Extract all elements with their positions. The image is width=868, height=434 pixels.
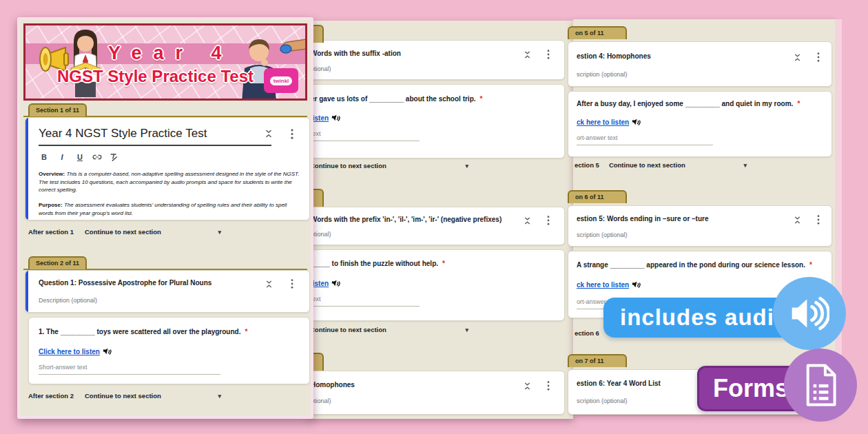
- form-title-card[interactable]: Year 4 NGST Style Practice Test B I U Ov…: [25, 117, 310, 220]
- required-asterisk: *: [809, 261, 812, 269]
- kebab-menu-icon[interactable]: [544, 216, 553, 225]
- chevron-down-icon: ▾: [218, 393, 221, 400]
- required-asterisk: *: [442, 260, 445, 267]
- description-placeholder: Description (optional): [39, 297, 97, 304]
- short-answer-field: Short-answer text: [39, 364, 220, 375]
- section-tab[interactable]: Section 2 of 11: [28, 256, 87, 269]
- question-text[interactable]: _____ to finish the puzzle without help.: [311, 260, 438, 267]
- listen-link[interactable]: ck here to listen: [577, 281, 629, 289]
- collapse-icon[interactable]: [522, 50, 532, 59]
- question-card[interactable]: _____ to finish the puzzle without help.…: [302, 249, 565, 321]
- section-tab[interactable]: Section 1 of 11: [28, 103, 87, 116]
- description-placeholder: ptional): [311, 65, 331, 72]
- description-placeholder: scription (optional): [577, 71, 628, 78]
- section-tab[interactable]: on 6 of 11: [568, 190, 627, 203]
- collapse-icon[interactable]: [264, 129, 273, 138]
- question-header-title[interactable]: Words with the prefix 'in-', 'il-', 'im-…: [311, 216, 502, 223]
- chevron-down-icon: ▾: [465, 327, 468, 333]
- collapse-icon[interactable]: [522, 216, 532, 225]
- question-header-card[interactable]: Question 1: Possessive Apostrophe for Pl…: [25, 270, 310, 313]
- after-section-dropdown[interactable]: Continue to next section ▾: [310, 326, 468, 333]
- after-section-dropdown[interactable]: After section 1 Continue to next section…: [28, 228, 221, 236]
- after-section-dropdown[interactable]: Continue to next section ▾: [310, 162, 468, 169]
- short-answer-field: text: [311, 130, 420, 141]
- question-header-card[interactable]: estion 5: Words ending in –sure or –ture…: [568, 205, 832, 247]
- speaker-icon: [631, 280, 642, 290]
- hand-illustration: [276, 38, 307, 57]
- short-answer-field: text: [311, 296, 420, 307]
- after-section-dropdown[interactable]: ection 5 Continue to next section ▾: [575, 161, 747, 169]
- question-header-title[interactable]: estion 6: Year 4 Word List: [577, 380, 661, 387]
- question-text[interactable]: er gave us lots of _________ about the s…: [311, 95, 476, 103]
- page: { "badges": { "audio": "includes audio!"…: [0, 0, 868, 434]
- question-card[interactable]: er gave us lots of _________ about the s…: [302, 84, 565, 158]
- form-page-left: Year 4 NGST Style Practice Test twinkl S…: [17, 17, 313, 419]
- question-header-card[interactable]: estion 4: Homophones scription (optional…: [568, 41, 832, 87]
- kebab-menu-icon[interactable]: [814, 215, 823, 225]
- description-placeholder: ptional): [311, 397, 331, 404]
- question-text[interactable]: A strange _________ appeared in the pond…: [577, 261, 805, 269]
- twinkl-logo: twinkl: [264, 68, 298, 93]
- banner-subtitle: NGST Style Practice Test: [57, 68, 254, 85]
- kebab-menu-icon[interactable]: [287, 129, 297, 138]
- question-card[interactable]: After a busy day, I enjoyed some _______…: [568, 91, 832, 157]
- question-header-card[interactable]: Words with the prefix 'in-', 'il-', 'im-…: [302, 207, 565, 245]
- chevron-down-icon: ▾: [465, 163, 468, 169]
- collapse-icon[interactable]: [522, 381, 532, 391]
- speaker-icon: [102, 347, 113, 357]
- question-header-title[interactable]: Question 1: Possessive Apostrophe for Pl…: [39, 279, 211, 287]
- speaker-icon: [631, 117, 642, 127]
- listen-link[interactable]: ck here to listen: [577, 118, 629, 126]
- question-text[interactable]: After a busy day, I enjoyed some _______…: [577, 100, 793, 107]
- forms-icon-circle: [784, 349, 857, 422]
- audio-speaker-circle: [773, 277, 846, 350]
- kebab-menu-icon[interactable]: [814, 52, 823, 62]
- collapse-icon[interactable]: [264, 279, 273, 289]
- purpose-text: The assessment evaluates students' under…: [39, 202, 287, 216]
- section-tab[interactable]: on 5 of 11: [568, 26, 627, 39]
- insert-link-icon[interactable]: [92, 152, 102, 162]
- underline-button[interactable]: U: [74, 153, 85, 161]
- required-asterisk: *: [480, 95, 483, 103]
- description-placeholder: scription (optional): [577, 397, 628, 404]
- form-page-middle: Words with the suffix -ation ptional) er…: [309, 21, 573, 419]
- kebab-menu-icon[interactable]: [544, 381, 553, 391]
- kebab-menu-icon[interactable]: [544, 50, 553, 59]
- overview-label: Overview:: [39, 171, 65, 177]
- title-underline: [39, 145, 271, 146]
- question-header-title[interactable]: Homophones: [311, 381, 355, 389]
- resource-banner: Year 4 NGST Style Practice Test twinkl: [23, 23, 307, 101]
- speaker-loud-icon: [789, 295, 829, 332]
- required-asterisk: *: [245, 328, 247, 335]
- purpose-label: Purpose:: [39, 202, 63, 208]
- collapse-icon[interactable]: [792, 215, 802, 225]
- bold-button[interactable]: B: [39, 153, 50, 161]
- speaker-icon: [331, 278, 342, 289]
- question-card[interactable]: 1. The _________ toys were scattered all…: [28, 317, 310, 384]
- overview-text: This is a computer-based, non-adaptive s…: [39, 171, 299, 193]
- google-forms-icon: [802, 363, 839, 407]
- form-title[interactable]: Year 4 NGST Style Practice Test: [39, 127, 207, 141]
- description-placeholder: ptional): [311, 231, 331, 238]
- question-header-title[interactable]: estion 5: Words ending in –sure or –ture: [577, 215, 709, 223]
- short-answer-field: ort-answer text: [577, 134, 713, 145]
- kebab-menu-icon[interactable]: [287, 279, 297, 289]
- girl-reading-illustration: [61, 28, 110, 101]
- collapse-icon[interactable]: [792, 52, 802, 62]
- after-section-dropdown[interactable]: After section 2 Continue to next section…: [28, 392, 221, 400]
- question-header-card[interactable]: Words with the suffix -ation ptional): [302, 40, 565, 80]
- banner-year-title: Year 4: [108, 44, 234, 63]
- required-asterisk: *: [797, 100, 800, 107]
- question-text[interactable]: 1. The _________ toys were scattered all…: [39, 328, 240, 335]
- description-placeholder: scription (optional): [577, 231, 628, 238]
- question-header-card[interactable]: Homophones ptional): [302, 371, 565, 415]
- form-page-right: on 5 of 11 estion 4: Homophones scriptio…: [573, 19, 835, 413]
- question-header-title[interactable]: estion 4: Homophones: [577, 52, 651, 60]
- listen-link[interactable]: Click here to listen: [39, 348, 100, 355]
- question-header-title[interactable]: Words with the suffix -ation: [311, 50, 401, 57]
- clear-formatting-icon[interactable]: [109, 152, 118, 162]
- section-tab[interactable]: on 7 of 11: [568, 354, 627, 367]
- speaker-icon: [331, 113, 342, 123]
- italic-button[interactable]: I: [56, 153, 68, 161]
- chevron-down-icon: ▾: [743, 162, 747, 169]
